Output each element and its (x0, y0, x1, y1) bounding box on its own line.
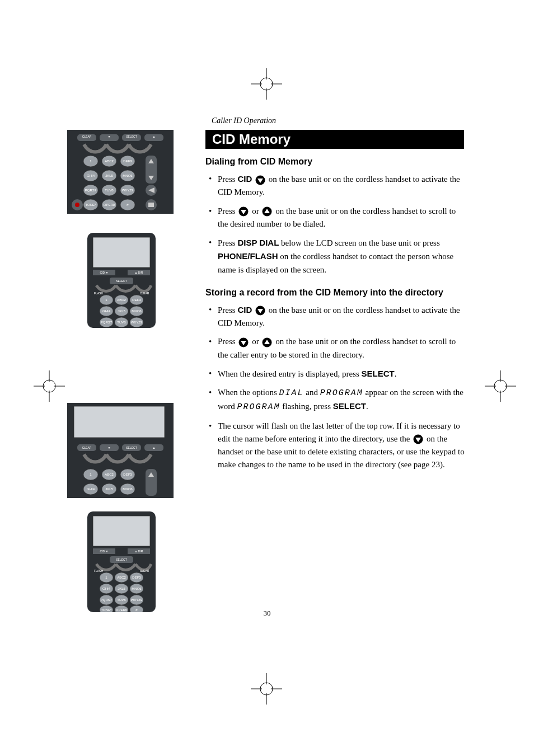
svg-point-9 (43, 380, 55, 392)
svg-text:SELECT: SELECT (116, 279, 127, 283)
crop-mark-right (485, 370, 516, 402)
svg-text:CLEAR: CLEAR (140, 292, 149, 295)
illustration-handset-2: CID ▼ ▲ DIR SELECT FLASHCLEAR 1 ABC2 DEF… (85, 511, 158, 614)
svg-text:TONE*: TONE* (86, 203, 97, 206)
illustration-handset: CID ▼ ▲ DIR SELECT FLASHCLEAR 1 ABC2 DEF… (85, 233, 158, 330)
svg-text:JKL5: JKL5 (118, 309, 125, 313)
svg-text:TUV8: TUV8 (117, 598, 126, 602)
svg-text:GHI4: GHI4 (102, 587, 111, 590)
svg-rect-73 (148, 203, 154, 207)
svg-text:MNO6: MNO6 (123, 174, 133, 177)
crop-mark-top (251, 68, 282, 100)
svg-text:GHI4: GHI4 (102, 309, 111, 313)
svg-text:CLEAR: CLEAR (140, 569, 149, 572)
svg-text:MNO6: MNO6 (132, 309, 142, 313)
list-item: Press or on the base unit or on the cord… (205, 335, 466, 361)
svg-rect-105 (74, 406, 165, 438)
svg-text:▲ DIR: ▲ DIR (135, 550, 143, 553)
svg-text:SELECT: SELECT (126, 135, 137, 138)
list-item: Press CID on the base unit or on the cor… (205, 303, 466, 330)
svg-text:DEF3: DEF3 (132, 576, 141, 579)
svg-text:DEF3: DEF3 (123, 159, 132, 163)
section-header: Caller ID Operation (212, 116, 276, 125)
svg-text:PQRS7: PQRS7 (85, 189, 97, 192)
svg-text:WXYZ9: WXYZ9 (131, 321, 143, 324)
svg-text:MNO6: MNO6 (123, 487, 133, 491)
list-item: The cursor will flash on the last letter… (205, 420, 466, 472)
svg-text:CID ▼: CID ▼ (100, 271, 109, 274)
svg-text:JKL5: JKL5 (105, 174, 113, 177)
svg-text:DEF3: DEF3 (132, 298, 141, 302)
svg-text:ABC2: ABC2 (117, 576, 126, 579)
svg-rect-34 (67, 130, 174, 214)
svg-point-19 (260, 683, 273, 695)
subheading-dialing: Dialing from CID Memory (205, 157, 466, 167)
svg-text:▲: ▲ (153, 446, 156, 449)
crop-mark-left (34, 370, 65, 402)
illustration-base-partial: CLEAR ▼ SELECT ▲ 1 ABC2 DEF3 GHI4 JKL5 M… (67, 403, 174, 500)
svg-rect-129 (93, 516, 150, 546)
svg-text:WXYZ9: WXYZ9 (122, 189, 134, 192)
svg-text:ABC2: ABC2 (117, 298, 126, 302)
svg-text:SELECT: SELECT (116, 558, 127, 561)
svg-text:▲ DIR: ▲ DIR (135, 271, 143, 274)
svg-point-14 (494, 380, 507, 392)
svg-text:▲: ▲ (153, 135, 156, 138)
svg-text:OPER0: OPER0 (116, 608, 128, 612)
up-arrow-icon (262, 206, 272, 217)
down-arrow-icon (255, 175, 265, 185)
svg-text:CID ▼: CID ▼ (100, 550, 109, 553)
svg-text:TONE*: TONE* (101, 608, 113, 612)
svg-text:CLEAR: CLEAR (82, 135, 92, 138)
list-item: Press DISP DIAL below the LCD screen on … (205, 236, 466, 276)
subheading-storing: Storing a record from the CID Memory int… (205, 288, 466, 298)
svg-text:FLASH: FLASH (94, 292, 104, 295)
svg-text:JKL5: JKL5 (105, 487, 113, 491)
svg-text:JKL5: JKL5 (118, 587, 125, 590)
down-arrow-icon (413, 434, 423, 444)
down-arrow-icon (255, 306, 265, 316)
list-item: When the desired entry is displayed, pre… (205, 367, 466, 381)
svg-text:FLASH: FLASH (94, 569, 104, 572)
list-dialing: Press CID on the base unit or on the cor… (205, 172, 466, 276)
svg-point-75 (75, 203, 79, 207)
page-number: 30 (0, 609, 534, 618)
svg-text:GHI4: GHI4 (87, 174, 95, 177)
list-item: Press CID on the base unit or on the cor… (205, 172, 466, 199)
svg-text:GHI4: GHI4 (87, 487, 95, 491)
down-arrow-icon (238, 337, 249, 348)
svg-text:▼: ▼ (108, 135, 111, 138)
svg-text:TUV8: TUV8 (105, 189, 114, 192)
svg-text:PQRS7: PQRS7 (101, 321, 113, 324)
up-arrow-icon (262, 337, 272, 348)
svg-rect-77 (93, 237, 150, 267)
page-title: CID Memory (205, 130, 464, 149)
svg-text:DEF3: DEF3 (123, 473, 132, 476)
svg-text:SELECT: SELECT (126, 446, 137, 449)
svg-text:▼: ▼ (108, 446, 111, 449)
svg-text:MNO6: MNO6 (132, 587, 142, 590)
down-arrow-icon (238, 206, 249, 217)
svg-text:WXYZ9: WXYZ9 (131, 598, 143, 602)
svg-text:TUV8: TUV8 (117, 321, 126, 324)
svg-text:ABC2: ABC2 (105, 473, 114, 476)
list-storing: Press CID on the base unit or on the cor… (205, 303, 466, 472)
list-item: Press or on the base unit or on the cord… (205, 205, 466, 231)
crop-mark-bottom (251, 673, 282, 705)
illustration-base-keypad: CLEAR ▼ SELECT ▲ 1 ABC2 DEF3 GHI4 JKL5 M… (67, 130, 174, 216)
list-item: When the options DIAL and PROGRAM appear… (205, 386, 466, 414)
svg-text:OPER0: OPER0 (104, 203, 115, 206)
svg-text:ABC2: ABC2 (105, 159, 114, 163)
svg-text:CLEAR: CLEAR (82, 446, 92, 449)
svg-point-4 (260, 78, 273, 90)
svg-text:PQRS7: PQRS7 (101, 598, 113, 602)
